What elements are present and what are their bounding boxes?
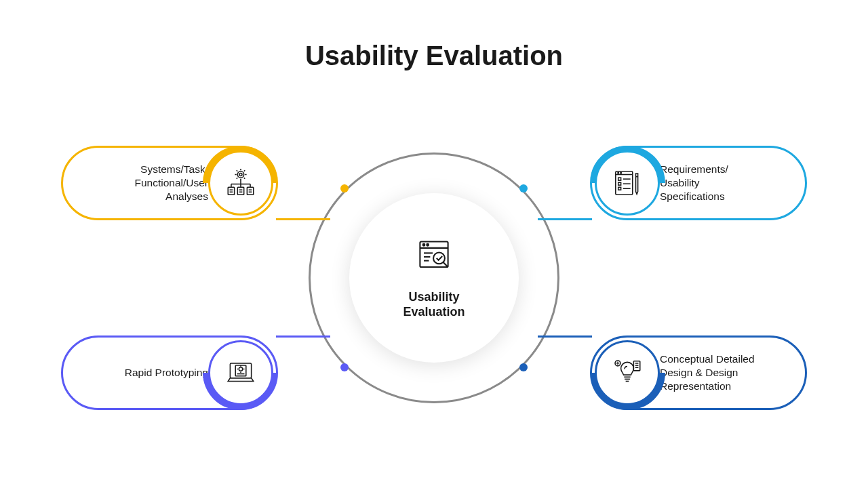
svg-point-2	[423, 243, 425, 245]
svg-point-3	[427, 243, 429, 245]
svg-point-10	[239, 174, 242, 176]
svg-rect-33	[618, 187, 621, 190]
svg-rect-31	[618, 182, 621, 185]
design-idea-icon	[595, 340, 660, 405]
node-label: Rapid Prototyping	[83, 366, 208, 380]
svg-rect-16	[228, 187, 234, 195]
connector-line	[276, 336, 330, 338]
svg-point-9	[237, 171, 243, 178]
connector-line	[276, 218, 330, 220]
connector-line	[538, 336, 592, 338]
prototype-laptop-icon	[208, 340, 273, 405]
connector-dot	[340, 184, 349, 192]
page-title: Usability Evaluation	[0, 41, 868, 71]
node-systems-analyses: Systems/Task/Functional/UserAnalyses	[61, 146, 278, 220]
node-rapid-prototyping: Rapid Prototyping	[61, 336, 278, 410]
center-node: UsabilityEvaluation	[349, 193, 519, 363]
connector-line	[538, 218, 592, 220]
spec-doc-icon	[595, 150, 660, 216]
connector-dot	[519, 363, 528, 371]
center-label: UsabilityEvaluation	[403, 289, 465, 320]
connector-dot	[340, 363, 349, 371]
svg-line-8	[443, 262, 448, 266]
node-label: Requirements/UsabilitySpecifications	[660, 163, 785, 203]
connector-dot	[519, 184, 528, 192]
svg-point-28	[620, 172, 622, 174]
svg-point-7	[433, 252, 445, 264]
node-design-representation: Conceptual DetailedDesign & DesignRepres…	[590, 336, 807, 410]
org-gear-icon	[208, 150, 273, 216]
svg-point-27	[618, 172, 619, 174]
svg-rect-29	[618, 178, 621, 180]
node-label: Conceptual DetailedDesign & DesignRepres…	[660, 352, 785, 393]
node-requirements-spec: Requirements/UsabilitySpecifications	[590, 146, 807, 220]
evaluation-screen-icon	[414, 237, 454, 280]
svg-rect-17	[237, 187, 243, 195]
svg-rect-18	[247, 187, 253, 195]
node-label: Systems/Task/Functional/UserAnalyses	[83, 163, 208, 203]
svg-point-38	[239, 367, 242, 371]
